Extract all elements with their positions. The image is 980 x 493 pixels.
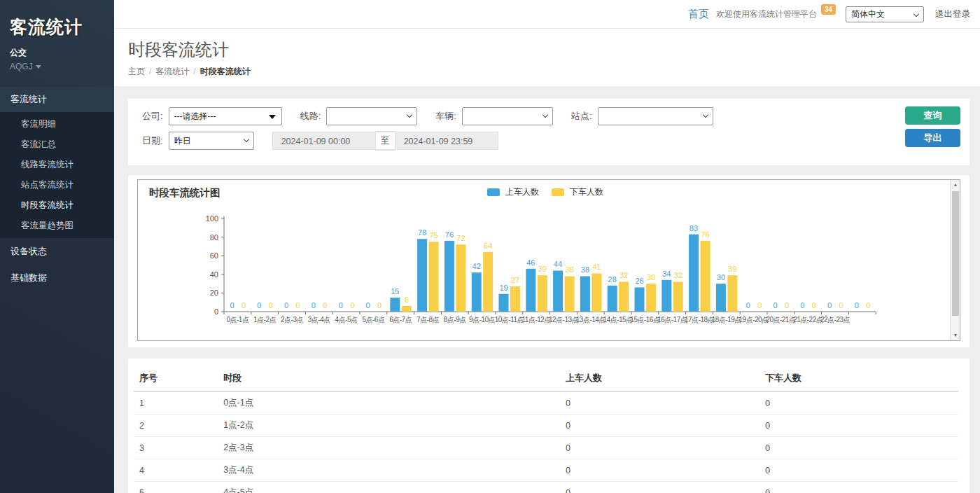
svg-text:18点-19点: 18点-19点 bbox=[712, 316, 742, 324]
triangle-down-icon bbox=[269, 115, 276, 119]
user-name: AQGJ bbox=[10, 62, 33, 71]
table-cell: 3点-4点 bbox=[218, 459, 560, 482]
line-filter: 线路: bbox=[300, 107, 418, 125]
svg-text:0: 0 bbox=[377, 301, 382, 310]
col-header-alighting: 下车人数 bbox=[760, 366, 958, 391]
svg-text:0: 0 bbox=[800, 301, 804, 310]
svg-text:60: 60 bbox=[210, 251, 218, 260]
sidebar-item-line-stats[interactable]: 线路客流统计 bbox=[0, 155, 114, 175]
chart-card: 时段车流统计图 上车人数 下车人数 020406080100000点-1点001… bbox=[128, 175, 969, 347]
sidebar-item-trend-chart[interactable]: 客流量趋势图 bbox=[0, 216, 114, 236]
language-select[interactable]: 简体中文 bbox=[846, 6, 924, 22]
svg-text:0: 0 bbox=[284, 301, 288, 310]
svg-text:38: 38 bbox=[581, 265, 589, 274]
svg-text:0: 0 bbox=[757, 301, 762, 310]
line-select[interactable] bbox=[326, 107, 417, 125]
sidebar-item-passenger-detail[interactable]: 客流明细 bbox=[0, 114, 114, 134]
chart-scrollbar[interactable]: ▲ ▼ bbox=[950, 180, 960, 340]
table-cell: 2 bbox=[134, 415, 218, 437]
table-cell: 0点-1点 bbox=[218, 391, 560, 415]
svg-text:0: 0 bbox=[812, 301, 816, 310]
table-cell: 0 bbox=[560, 415, 760, 437]
svg-text:32: 32 bbox=[674, 271, 682, 279]
table-cell: 4点-5点 bbox=[218, 482, 560, 493]
table-row: 54点-5点00 bbox=[134, 482, 958, 493]
export-button[interactable]: 导出 bbox=[905, 129, 960, 147]
svg-text:20: 20 bbox=[210, 289, 218, 297]
breadcrumb-home[interactable]: 主页 bbox=[128, 67, 145, 76]
svg-text:0: 0 bbox=[746, 301, 750, 310]
date-label: 日期: bbox=[142, 134, 163, 147]
table-cell: 4 bbox=[134, 459, 218, 482]
date-start-input[interactable]: 2024-01-09 00:00 bbox=[272, 132, 376, 150]
period-stats-table: 序号 时段 上车人数 下车人数 10点-1点0021点-2点0032点-3点00… bbox=[134, 366, 958, 493]
table-card: 序号 时段 上车人数 下车人数 10点-1点0021点-2点0032点-3点00… bbox=[128, 359, 969, 493]
chart-panel: 时段车流统计图 上车人数 下车人数 020406080100000点-1点001… bbox=[137, 179, 960, 341]
filter-row-1: 公司: ---请选择--- 线路: 车辆: bbox=[142, 107, 892, 125]
legend-swatch-alighting[interactable] bbox=[552, 188, 564, 196]
vehicle-filter: 车辆: bbox=[435, 107, 553, 125]
legend-swatch-boarding[interactable] bbox=[487, 188, 500, 196]
sidebar-item-device-status[interactable]: 设备状态 bbox=[0, 238, 114, 265]
svg-text:5点-6点: 5点-6点 bbox=[362, 316, 384, 324]
svg-text:6点-7点: 6点-7点 bbox=[389, 316, 412, 324]
svg-text:0: 0 bbox=[365, 301, 370, 310]
table-cell: 0 bbox=[760, 482, 958, 493]
logout-link[interactable]: 退出登录 bbox=[935, 8, 970, 20]
table-cell: 0 bbox=[560, 391, 760, 415]
svg-text:10点-11点: 10点-11点 bbox=[495, 316, 524, 324]
svg-text:26: 26 bbox=[635, 277, 643, 285]
app-window: 客流统计 公交 AQGJ 客流统计 客流明细 客流汇总 线路客流统计 站点客流统… bbox=[0, 0, 980, 493]
user-dropdown[interactable]: AQGJ bbox=[10, 62, 104, 71]
svg-text:6: 6 bbox=[405, 296, 409, 304]
col-header-boarding: 上车人数 bbox=[560, 366, 760, 391]
vehicle-select[interactable] bbox=[462, 107, 553, 125]
date-preset-select[interactable]: 昨日 bbox=[169, 132, 254, 150]
svg-text:2点-3点: 2点-3点 bbox=[281, 316, 303, 324]
svg-text:0: 0 bbox=[785, 301, 789, 310]
company-select[interactable]: ---请选择--- bbox=[169, 107, 282, 125]
notification-badge: 34 bbox=[821, 4, 836, 15]
page-title: 时段客流统计 bbox=[128, 39, 969, 61]
legend-label-boarding[interactable]: 上车人数 bbox=[505, 186, 539, 198]
date-preset-value: 昨日 bbox=[174, 136, 191, 146]
page-header: 时段客流统计 主页/客流统计/时段客流统计 bbox=[114, 29, 980, 86]
svg-text:100: 100 bbox=[206, 214, 218, 223]
date-to-label: 至 bbox=[376, 132, 395, 150]
svg-text:4点-5点: 4点-5点 bbox=[335, 316, 358, 324]
svg-text:0: 0 bbox=[230, 301, 234, 310]
legend-label-alighting[interactable]: 下车人数 bbox=[570, 186, 603, 198]
sidebar-item-station-stats[interactable]: 站点客流统计 bbox=[0, 175, 114, 195]
breadcrumb-passenger-stats[interactable]: 客流统计 bbox=[155, 67, 189, 76]
query-button[interactable]: 查询 bbox=[905, 106, 960, 125]
table-header-row: 序号 时段 上车人数 下车人数 bbox=[134, 366, 958, 391]
svg-text:14点-15点: 14点-15点 bbox=[603, 316, 634, 324]
scrollbar-thumb[interactable] bbox=[952, 191, 959, 316]
chevron-down-icon bbox=[542, 112, 548, 118]
home-link[interactable]: 首页 bbox=[688, 8, 709, 21]
svg-text:0: 0 bbox=[241, 301, 246, 310]
station-select[interactable] bbox=[598, 107, 713, 125]
svg-text:0: 0 bbox=[323, 301, 327, 310]
sidebar-item-passenger-stats[interactable]: 客流统计 bbox=[0, 87, 114, 112]
sidebar-submenu: 客流明细 客流汇总 线路客流统计 站点客流统计 时段客流统计 客流量趋势图 bbox=[0, 112, 114, 238]
breadcrumb-separator: / bbox=[193, 67, 195, 76]
breadcrumb-current: 时段客流统计 bbox=[200, 67, 251, 76]
date-end-input[interactable]: 2024-01-09 23:59 bbox=[395, 132, 498, 150]
sidebar-item-passenger-summary[interactable]: 客流汇总 bbox=[0, 134, 114, 155]
sidebar-item-base-data[interactable]: 基础数据 bbox=[0, 265, 114, 291]
bar-chart[interactable]: 020406080100000点-1点001点-2点002点-3点003点-4点… bbox=[138, 180, 950, 340]
svg-text:1点-2点: 1点-2点 bbox=[253, 316, 276, 324]
scroll-down-arrow-icon[interactable]: ▼ bbox=[951, 331, 960, 340]
svg-text:9点-10点: 9点-10点 bbox=[469, 316, 496, 324]
company-label: 公司: bbox=[142, 110, 163, 123]
svg-text:80: 80 bbox=[210, 233, 218, 242]
sidebar-item-period-stats[interactable]: 时段客流统计 bbox=[0, 195, 114, 216]
vehicle-label: 车辆: bbox=[435, 110, 456, 123]
svg-text:40: 40 bbox=[210, 270, 218, 279]
chart-legend: 上车人数 下车人数 bbox=[487, 186, 610, 198]
scroll-up-arrow-icon[interactable]: ▲ bbox=[951, 180, 960, 190]
svg-text:8点-9点: 8点-9点 bbox=[444, 316, 466, 324]
svg-text:3点-4点: 3点-4点 bbox=[308, 316, 330, 324]
svg-text:44: 44 bbox=[554, 260, 562, 268]
